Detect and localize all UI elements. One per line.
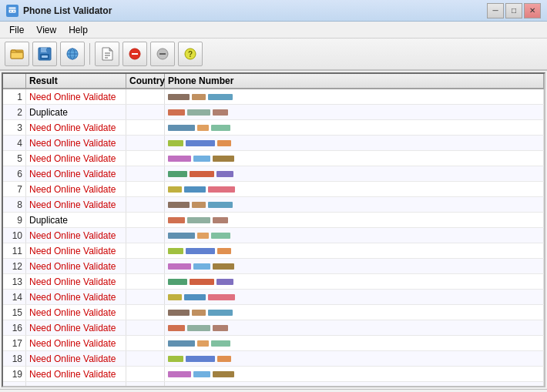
main-content: Result Country Phone Number 1 Need Onlin… bbox=[2, 72, 545, 387]
table-row[interactable]: 9 Duplicate bbox=[3, 213, 544, 228]
table-row[interactable]: 15 Need Online Validate bbox=[3, 305, 544, 320]
cell-phone bbox=[165, 305, 544, 320]
svg-rect-5 bbox=[11, 52, 23, 59]
col-header-phone: Phone Number bbox=[165, 74, 544, 88]
cell-result: Need Online Validate bbox=[26, 382, 126, 386]
table-body[interactable]: 1 Need Online Validate 2 Duplicate 3 Nee… bbox=[3, 89, 544, 386]
table-row[interactable]: 16 Need Online Validate bbox=[3, 320, 544, 336]
table-row[interactable]: 7 Need Online Validate bbox=[3, 182, 544, 197]
cell-phone bbox=[165, 382, 544, 386]
maximize-button[interactable]: □ bbox=[505, 3, 522, 18]
table-row[interactable]: 20 Need Online Validate bbox=[3, 382, 544, 386]
cell-country bbox=[126, 243, 165, 258]
cell-result: Need Online Validate bbox=[26, 351, 126, 366]
table-row[interactable]: 1 Need Online Validate bbox=[3, 89, 544, 105]
col-header-result: Result bbox=[26, 74, 126, 88]
minus-button[interactable] bbox=[150, 42, 175, 66]
cell-num: 20 bbox=[3, 382, 26, 386]
table-row[interactable]: 11 Need Online Validate bbox=[3, 243, 544, 259]
svg-rect-3 bbox=[13, 11, 15, 12]
cell-num: 11 bbox=[3, 243, 26, 258]
table-row[interactable]: 3 Need Online Validate bbox=[3, 120, 544, 136]
cell-country bbox=[126, 351, 165, 366]
cell-phone bbox=[165, 213, 544, 227]
svg-rect-10 bbox=[46, 49, 48, 52]
cell-num: 4 bbox=[3, 136, 26, 150]
cell-country bbox=[126, 182, 165, 196]
cell-country bbox=[126, 197, 165, 212]
cell-country bbox=[126, 213, 165, 227]
minimize-button[interactable]: ─ bbox=[487, 3, 504, 18]
help-button[interactable]: ? bbox=[178, 42, 203, 66]
cell-result: Need Online Validate bbox=[26, 89, 126, 104]
table-row[interactable]: 19 Need Online Validate bbox=[3, 367, 544, 382]
cell-phone bbox=[165, 336, 544, 350]
title-bar: Phone List Validator ─ □ ✕ bbox=[0, 0, 547, 22]
cell-phone bbox=[165, 89, 544, 104]
table-row[interactable]: 14 Need Online Validate bbox=[3, 290, 544, 305]
open-button[interactable] bbox=[5, 42, 29, 66]
table-row[interactable]: 6 Need Online Validate bbox=[3, 166, 544, 182]
table-row[interactable]: 2 Duplicate bbox=[3, 105, 544, 120]
cell-phone bbox=[165, 166, 544, 181]
table-row[interactable]: 4 Need Online Validate bbox=[3, 136, 544, 151]
cell-country bbox=[126, 105, 165, 119]
cell-country bbox=[126, 259, 165, 273]
stop-button[interactable] bbox=[122, 42, 147, 66]
cell-phone bbox=[165, 351, 544, 366]
cell-country bbox=[126, 320, 165, 335]
cell-phone bbox=[165, 243, 544, 258]
cell-result: Need Online Validate bbox=[26, 166, 126, 181]
cell-result: Duplicate bbox=[26, 105, 126, 119]
cell-phone bbox=[165, 105, 544, 119]
svg-rect-7 bbox=[41, 48, 47, 52]
cell-country bbox=[126, 120, 165, 135]
table-row[interactable]: 5 Need Online Validate bbox=[3, 151, 544, 166]
menu-file[interactable]: File bbox=[3, 23, 30, 37]
cell-num: 6 bbox=[3, 166, 26, 181]
table-row[interactable]: 17 Need Online Validate bbox=[3, 336, 544, 351]
table-row[interactable]: 8 Need Online Validate bbox=[3, 197, 544, 213]
cell-num: 18 bbox=[3, 351, 26, 366]
table-row[interactable]: 18 Need Online Validate bbox=[3, 351, 544, 367]
cell-phone bbox=[165, 259, 544, 273]
cell-country bbox=[126, 89, 165, 104]
cell-country bbox=[126, 228, 165, 243]
cell-result: Need Online Validate bbox=[26, 197, 126, 212]
table-row[interactable]: 12 Need Online Validate bbox=[3, 259, 544, 274]
toolbar: ? bbox=[0, 39, 547, 71]
cell-country bbox=[126, 136, 165, 150]
table-row[interactable]: 10 Need Online Validate bbox=[3, 228, 544, 243]
cell-country bbox=[126, 166, 165, 181]
menu-help[interactable]: Help bbox=[62, 23, 94, 37]
close-button[interactable]: ✕ bbox=[524, 3, 541, 18]
globe-button[interactable] bbox=[60, 42, 85, 66]
cell-country bbox=[126, 336, 165, 350]
save-button[interactable] bbox=[32, 42, 57, 66]
cell-num: 15 bbox=[3, 305, 26, 320]
cell-num: 5 bbox=[3, 151, 26, 166]
cell-num: 14 bbox=[3, 290, 26, 304]
cell-country bbox=[126, 305, 165, 320]
svg-text:?: ? bbox=[188, 50, 193, 59]
svg-rect-2 bbox=[10, 11, 12, 12]
window-title: Phone List Validator bbox=[23, 5, 487, 16]
menu-view[interactable]: View bbox=[30, 23, 62, 37]
cell-phone bbox=[165, 136, 544, 150]
app-icon bbox=[6, 5, 18, 17]
cell-country bbox=[126, 382, 165, 386]
cell-result: Need Online Validate bbox=[26, 305, 126, 320]
document-button[interactable] bbox=[95, 42, 119, 66]
cell-result: Need Online Validate bbox=[26, 120, 126, 135]
cell-phone bbox=[165, 290, 544, 304]
col-header-country: Country bbox=[126, 74, 165, 88]
cell-result: Need Online Validate bbox=[26, 259, 126, 273]
svg-rect-0 bbox=[8, 7, 16, 13]
cell-result: Need Online Validate bbox=[26, 274, 126, 289]
cell-result: Need Online Validate bbox=[26, 336, 126, 350]
svg-rect-9 bbox=[42, 55, 48, 58]
cell-result: Need Online Validate bbox=[26, 320, 126, 335]
cell-phone bbox=[165, 151, 544, 166]
cell-phone bbox=[165, 197, 544, 212]
table-row[interactable]: 13 Need Online Validate bbox=[3, 274, 544, 290]
